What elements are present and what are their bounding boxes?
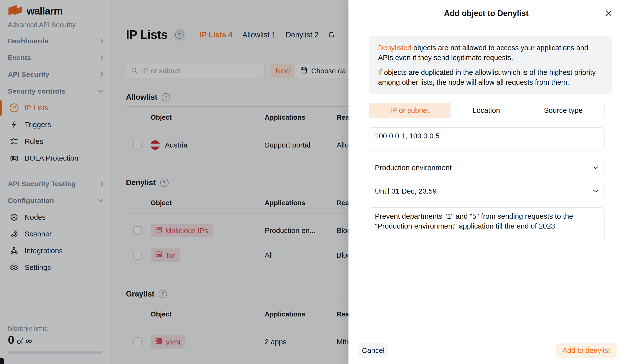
- time-limit-select-value: Until 31 Dec, 23:59: [375, 187, 437, 195]
- reason-textarea[interactable]: Prevent departments "1" and "5" from sen…: [369, 207, 604, 242]
- segment-source-type[interactable]: Source type: [522, 103, 604, 118]
- application-select[interactable]: Production environment: [369, 161, 604, 175]
- segment-ip-or-subnet[interactable]: IP or subnet: [369, 103, 450, 118]
- ip-or-subnet-input[interactable]: 100.0.0.1, 100.0.0.5: [369, 127, 604, 150]
- add-to-denylist-drawer: Add object to Denylist Denylisted object…: [348, 0, 624, 364]
- time-limit-select[interactable]: Until 31 Dec, 23:59: [369, 184, 604, 198]
- segment-location[interactable]: Location: [450, 103, 522, 118]
- cancel-button[interactable]: Cancel: [358, 343, 388, 358]
- application-select-value: Production environment: [375, 164, 452, 172]
- chevron-down-icon: [593, 166, 598, 170]
- drawer-title: Add object to Denylist: [348, 9, 624, 18]
- add-to-denylist-button[interactable]: Add to denylist: [556, 343, 617, 358]
- close-icon: [605, 10, 612, 17]
- info-paragraph-2: If objects are duplicated in the allowli…: [378, 68, 602, 87]
- close-button[interactable]: [604, 8, 614, 18]
- denylist-info-box: Denylisted objects are not allowed to ac…: [369, 36, 612, 94]
- object-type-segmented-control: IP or subnet Location Source type: [369, 103, 604, 118]
- denylisted-link[interactable]: Denylisted: [378, 44, 411, 52]
- drawer-backdrop[interactable]: [0, 0, 348, 364]
- chevron-down-icon: [593, 189, 598, 193]
